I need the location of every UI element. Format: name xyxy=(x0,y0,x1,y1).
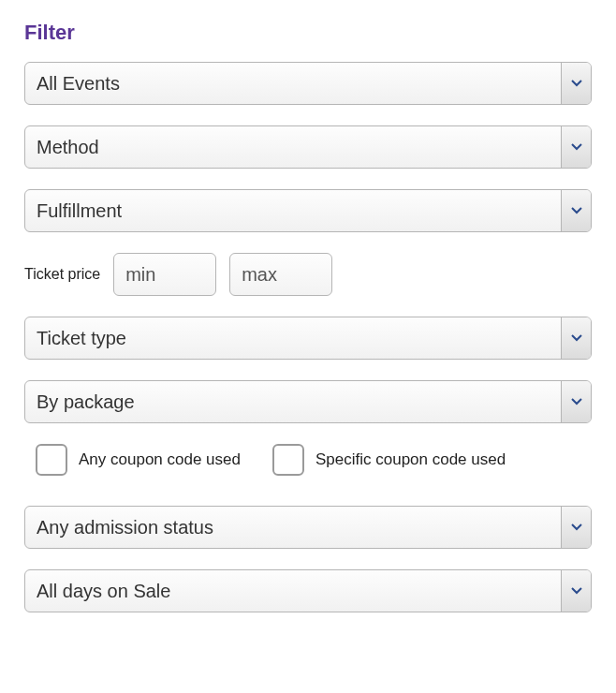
price-min-input[interactable] xyxy=(113,253,216,296)
ticket-type-dropdown[interactable]: Ticket type xyxy=(24,317,592,360)
filter-heading: Filter xyxy=(24,21,592,45)
admission-status-dropdown-label: Any admission status xyxy=(25,507,561,548)
specific-coupon-label: Specific coupon code used xyxy=(315,450,506,469)
package-dropdown[interactable]: By package xyxy=(24,380,592,423)
days-on-sale-dropdown-label: All days on Sale xyxy=(25,570,561,612)
fulfillment-dropdown-label: Fulfillment xyxy=(25,190,561,231)
chevron-down-icon xyxy=(561,317,591,359)
ticket-type-dropdown-label: Ticket type xyxy=(25,317,561,359)
events-dropdown-label: All Events xyxy=(25,63,561,104)
method-dropdown-label: Method xyxy=(25,126,561,168)
price-max-input[interactable] xyxy=(229,253,332,296)
chevron-down-icon xyxy=(561,507,591,548)
chevron-down-icon xyxy=(561,190,591,231)
events-dropdown[interactable]: All Events xyxy=(24,62,592,105)
any-coupon-label: Any coupon code used xyxy=(79,450,241,469)
admission-status-dropdown[interactable]: Any admission status xyxy=(24,506,592,549)
any-coupon-checkbox[interactable] xyxy=(36,444,67,476)
package-dropdown-label: By package xyxy=(25,381,561,422)
chevron-down-icon xyxy=(561,126,591,168)
chevron-down-icon xyxy=(561,381,591,422)
chevron-down-icon xyxy=(561,63,591,104)
fulfillment-dropdown[interactable]: Fulfillment xyxy=(24,189,592,232)
method-dropdown[interactable]: Method xyxy=(24,125,592,169)
ticket-price-label: Ticket price xyxy=(24,266,100,283)
days-on-sale-dropdown[interactable]: All days on Sale xyxy=(24,569,592,612)
chevron-down-icon xyxy=(561,570,591,612)
specific-coupon-checkbox[interactable] xyxy=(272,444,304,476)
